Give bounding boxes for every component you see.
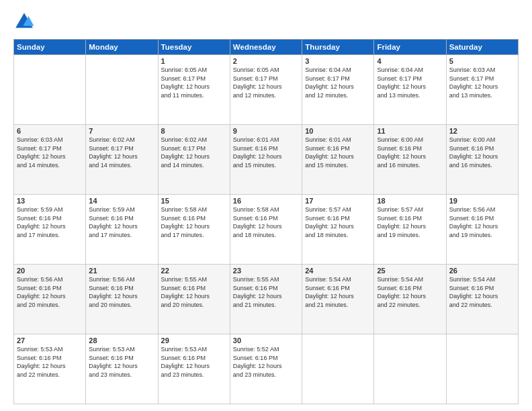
day-info: Sunrise: 6:00 AM Sunset: 6:16 PM Dayligh… — [449, 136, 515, 169]
calendar-cell: 23Sunrise: 5:55 AM Sunset: 6:16 PM Dayli… — [230, 265, 302, 334]
day-number: 5 — [449, 57, 515, 65]
day-info: Sunrise: 6:05 AM Sunset: 6:17 PM Dayligh… — [161, 66, 227, 99]
day-info: Sunrise: 5:53 AM Sunset: 6:16 PM Dayligh… — [161, 345, 227, 379]
day-info: Sunrise: 6:03 AM Sunset: 6:17 PM Dayligh… — [449, 66, 515, 99]
day-number: 1 — [161, 57, 227, 65]
calendar-cell: 22Sunrise: 5:55 AM Sunset: 6:16 PM Dayli… — [158, 265, 230, 334]
calendar-cell: 26Sunrise: 5:54 AM Sunset: 6:16 PM Dayli… — [446, 265, 518, 334]
day-info: Sunrise: 5:56 AM Sunset: 6:16 PM Dayligh… — [89, 275, 154, 309]
day-number: 30 — [233, 336, 299, 345]
day-info: Sunrise: 6:00 AM Sunset: 6:16 PM Dayligh… — [377, 136, 443, 169]
day-info: Sunrise: 6:02 AM Sunset: 6:17 PM Dayligh… — [161, 136, 227, 169]
day-info: Sunrise: 6:02 AM Sunset: 6:17 PM Dayligh… — [89, 136, 154, 169]
calendar-cell: 1Sunrise: 6:05 AM Sunset: 6:17 PM Daylig… — [158, 55, 230, 125]
calendar-cell — [446, 334, 518, 404]
day-info: Sunrise: 5:52 AM Sunset: 6:16 PM Dayligh… — [233, 345, 299, 379]
day-number: 28 — [89, 336, 154, 345]
day-number: 18 — [377, 197, 443, 205]
calendar-cell: 10Sunrise: 6:01 AM Sunset: 6:16 PM Dayli… — [302, 125, 374, 195]
day-number: 15 — [161, 197, 227, 205]
day-number: 8 — [161, 127, 227, 135]
calendar-cell: 18Sunrise: 5:57 AM Sunset: 6:16 PM Dayli… — [374, 195, 446, 265]
day-number: 17 — [305, 197, 371, 205]
day-info: Sunrise: 5:55 AM Sunset: 6:16 PM Dayligh… — [233, 275, 299, 309]
day-number: 21 — [89, 267, 154, 275]
weekday-header-row: SundayMondayTuesdayWednesdayThursdayFrid… — [14, 40, 519, 55]
day-number: 3 — [305, 57, 371, 65]
day-number: 26 — [449, 267, 515, 275]
day-info: Sunrise: 5:54 AM Sunset: 6:16 PM Dayligh… — [449, 275, 515, 309]
day-info: Sunrise: 5:53 AM Sunset: 6:16 PM Dayligh… — [89, 345, 154, 379]
day-info: Sunrise: 6:01 AM Sunset: 6:16 PM Dayligh… — [305, 136, 371, 169]
day-info: Sunrise: 6:05 AM Sunset: 6:17 PM Dayligh… — [233, 66, 299, 99]
calendar-cell: 2Sunrise: 6:05 AM Sunset: 6:17 PM Daylig… — [230, 55, 302, 125]
logo-icon — [13, 11, 35, 32]
day-number: 24 — [305, 267, 371, 275]
calendar-cell: 11Sunrise: 6:00 AM Sunset: 6:16 PM Dayli… — [374, 125, 446, 195]
week-row-2: 13Sunrise: 5:59 AM Sunset: 6:16 PM Dayli… — [14, 195, 519, 265]
day-info: Sunrise: 5:55 AM Sunset: 6:16 PM Dayligh… — [161, 275, 227, 309]
calendar-cell: 6Sunrise: 6:03 AM Sunset: 6:17 PM Daylig… — [14, 125, 86, 195]
day-number: 7 — [89, 127, 154, 135]
day-number: 19 — [449, 197, 515, 205]
weekday-header-saturday: Saturday — [446, 40, 518, 55]
calendar-cell — [302, 334, 374, 404]
calendar-cell: 28Sunrise: 5:53 AM Sunset: 6:16 PM Dayli… — [86, 334, 158, 404]
calendar-cell: 29Sunrise: 5:53 AM Sunset: 6:16 PM Dayli… — [158, 334, 230, 404]
day-info: Sunrise: 5:59 AM Sunset: 6:16 PM Dayligh… — [17, 205, 83, 239]
day-number: 4 — [377, 57, 443, 65]
page: SundayMondayTuesdayWednesdayThursdayFrid… — [0, 0, 532, 411]
calendar-cell: 17Sunrise: 5:57 AM Sunset: 6:16 PM Dayli… — [302, 195, 374, 265]
calendar-cell: 30Sunrise: 5:52 AM Sunset: 6:16 PM Dayli… — [230, 334, 302, 404]
day-info: Sunrise: 5:56 AM Sunset: 6:16 PM Dayligh… — [449, 205, 515, 239]
weekday-header-thursday: Thursday — [302, 40, 374, 55]
day-number: 9 — [233, 127, 299, 135]
day-info: Sunrise: 6:04 AM Sunset: 6:17 PM Dayligh… — [305, 66, 371, 99]
day-number: 12 — [449, 127, 515, 135]
day-info: Sunrise: 5:56 AM Sunset: 6:16 PM Dayligh… — [17, 275, 83, 309]
day-number: 6 — [17, 127, 83, 135]
day-info: Sunrise: 6:04 AM Sunset: 6:17 PM Dayligh… — [377, 66, 443, 99]
calendar-cell: 3Sunrise: 6:04 AM Sunset: 6:17 PM Daylig… — [302, 55, 374, 125]
day-number: 25 — [377, 267, 443, 275]
calendar-cell: 21Sunrise: 5:56 AM Sunset: 6:16 PM Dayli… — [86, 265, 158, 334]
calendar-cell: 5Sunrise: 6:03 AM Sunset: 6:17 PM Daylig… — [446, 55, 518, 125]
calendar-cell: 7Sunrise: 6:02 AM Sunset: 6:17 PM Daylig… — [86, 125, 158, 195]
calendar-body: 1Sunrise: 6:05 AM Sunset: 6:17 PM Daylig… — [14, 55, 519, 404]
calendar-cell: 16Sunrise: 5:58 AM Sunset: 6:16 PM Dayli… — [230, 195, 302, 265]
day-number: 20 — [17, 267, 83, 275]
week-row-0: 1Sunrise: 6:05 AM Sunset: 6:17 PM Daylig… — [14, 55, 519, 125]
day-number: 22 — [161, 267, 227, 275]
weekday-header-sunday: Sunday — [14, 40, 86, 55]
calendar-header: SundayMondayTuesdayWednesdayThursdayFrid… — [14, 40, 519, 55]
day-number: 13 — [17, 197, 83, 205]
day-number: 2 — [233, 57, 299, 65]
weekday-header-wednesday: Wednesday — [230, 40, 302, 55]
calendar-cell: 20Sunrise: 5:56 AM Sunset: 6:16 PM Dayli… — [14, 265, 86, 334]
day-info: Sunrise: 5:57 AM Sunset: 6:16 PM Dayligh… — [377, 205, 443, 239]
day-info: Sunrise: 6:01 AM Sunset: 6:16 PM Dayligh… — [233, 136, 299, 169]
logo — [13, 11, 38, 32]
calendar-cell — [86, 55, 158, 125]
day-number: 10 — [305, 127, 371, 135]
day-info: Sunrise: 5:57 AM Sunset: 6:16 PM Dayligh… — [305, 205, 371, 239]
calendar-cell: 13Sunrise: 5:59 AM Sunset: 6:16 PM Dayli… — [14, 195, 86, 265]
weekday-header-monday: Monday — [86, 40, 158, 55]
day-number: 23 — [233, 267, 299, 275]
calendar-cell: 27Sunrise: 5:53 AM Sunset: 6:16 PM Dayli… — [14, 334, 86, 404]
calendar-cell — [14, 55, 86, 125]
day-info: Sunrise: 5:58 AM Sunset: 6:16 PM Dayligh… — [233, 205, 299, 239]
calendar-cell: 12Sunrise: 6:00 AM Sunset: 6:16 PM Dayli… — [446, 125, 518, 195]
day-number: 14 — [89, 197, 154, 205]
week-row-1: 6Sunrise: 6:03 AM Sunset: 6:17 PM Daylig… — [14, 125, 519, 195]
calendar-cell: 24Sunrise: 5:54 AM Sunset: 6:16 PM Dayli… — [302, 265, 374, 334]
day-info: Sunrise: 6:03 AM Sunset: 6:17 PM Dayligh… — [17, 136, 83, 169]
weekday-header-friday: Friday — [374, 40, 446, 55]
calendar-cell: 8Sunrise: 6:02 AM Sunset: 6:17 PM Daylig… — [158, 125, 230, 195]
header — [13, 11, 519, 32]
day-info: Sunrise: 5:58 AM Sunset: 6:16 PM Dayligh… — [161, 205, 227, 239]
calendar-cell: 19Sunrise: 5:56 AM Sunset: 6:16 PM Dayli… — [446, 195, 518, 265]
day-number: 11 — [377, 127, 443, 135]
day-info: Sunrise: 5:53 AM Sunset: 6:16 PM Dayligh… — [17, 345, 83, 379]
day-info: Sunrise: 5:59 AM Sunset: 6:16 PM Dayligh… — [89, 205, 154, 239]
